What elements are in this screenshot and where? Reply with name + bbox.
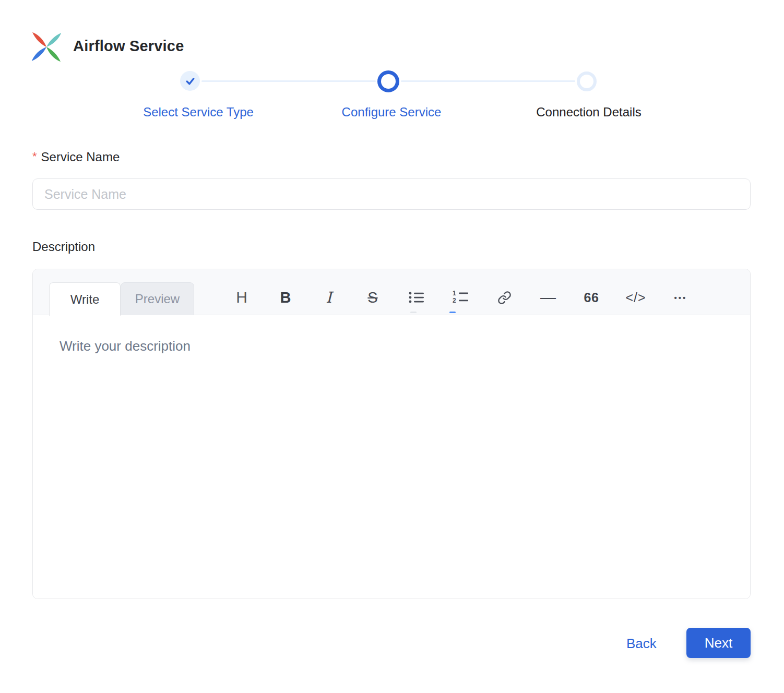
description-editor-area[interactable]: Write your description [33,315,750,599]
step-label-select-service-type: Select Service Type [143,105,254,120]
more-button[interactable]: ••• [667,283,694,312]
step-label-configure-service: Configure Service [342,105,442,120]
tab-write[interactable]: Write [49,282,121,316]
numbered-list-button[interactable]: 1 2 [447,283,474,312]
bold-button[interactable]: B [272,283,299,312]
description-label: Description [32,240,95,254]
italic-button[interactable]: I [315,283,342,312]
step-active-circle [377,70,399,92]
wizard-stepper: Select Service Type Configure Service Co… [0,0,784,125]
service-name-label: *Service Name [32,150,120,164]
airflow-service-wizard: Airflow Service Select Service Type Conf… [0,0,784,693]
check-icon [185,76,196,87]
bulleted-list-button[interactable] [403,283,430,312]
bulleted-list-caret [410,312,417,313]
description-placeholder: Write your description [60,338,191,354]
service-name-label-text: Service Name [41,150,120,164]
link-button[interactable] [491,283,518,312]
heading-button[interactable]: H [228,283,255,312]
numbered-list-caret [449,312,456,313]
horizontal-rule-button[interactable]: — [534,283,562,312]
step-label-connection-details: Connection Details [536,105,641,120]
stepper-connector [401,80,575,82]
description-editor: Write Preview H B I S [32,269,751,599]
quote-icon: 66 [584,290,599,305]
quote-button[interactable]: 66 [578,283,605,312]
horizontal-rule-icon: — [540,289,556,306]
strikethrough-button[interactable]: S [359,283,386,312]
tab-preview[interactable]: Preview [121,282,194,316]
heading-icon: H [236,289,247,306]
required-marker: * [32,150,37,163]
bulleted-list-icon [409,291,424,304]
back-button[interactable]: Back [626,636,657,652]
more-icon: ••• [674,293,687,302]
svg-text:2: 2 [453,297,456,304]
link-icon [497,291,512,305]
code-button[interactable]: </> [622,283,649,312]
editor-toolbar: Write Preview H B I S [33,269,750,315]
bold-icon: B [280,289,291,306]
tab-preview-label: Preview [135,292,180,306]
code-icon: </> [625,290,646,305]
stepper-connector [201,80,376,82]
tab-write-label: Write [70,292,100,307]
step-upcoming-circle [577,71,597,91]
strikethrough-icon: S [367,289,377,306]
italic-icon: I [326,289,331,306]
service-name-input[interactable] [32,178,751,210]
step-completed-circle [180,71,200,91]
next-button[interactable]: Next [686,628,751,658]
numbered-list-icon: 1 2 [453,290,469,305]
svg-text:1: 1 [453,290,456,297]
